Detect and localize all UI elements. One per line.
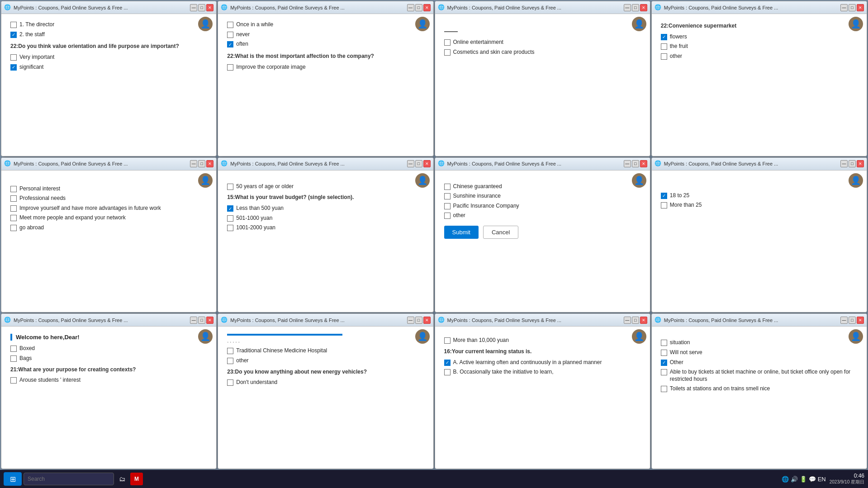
battery-icon[interactable]: 🔋 — [800, 476, 807, 483]
checkbox-8-1[interactable] — [661, 193, 667, 199]
titlebar-5[interactable]: 🌐 MyPoints : Coupons, Paid Online Survey… — [1, 158, 216, 171]
volume-icon[interactable]: 🔊 — [791, 476, 798, 483]
maximize-btn-5[interactable]: □ — [198, 160, 205, 167]
taskbar-search[interactable] — [24, 473, 114, 485]
close-btn-2[interactable]: ✕ — [423, 4, 431, 11]
close-btn-1[interactable]: ✕ — [206, 4, 213, 11]
start-button[interactable]: ⊞ — [4, 472, 22, 486]
taskbar-app-2[interactable]: M — [130, 473, 143, 485]
checkbox-4-2[interactable] — [661, 43, 667, 50]
checkbox-3-2[interactable] — [444, 49, 451, 56]
titlebar-1[interactable]: 🌐 MyPoints : Coupons, Paid Online Survey… — [1, 1, 216, 14]
checkbox-2-3[interactable] — [227, 41, 233, 47]
titlebar-2[interactable]: 🌐 MyPoints : Coupons, Paid Online Survey… — [218, 1, 433, 14]
minimize-btn-7[interactable]: — — [624, 160, 631, 167]
checkbox-5-3[interactable] — [10, 205, 17, 212]
minimize-btn-8[interactable]: — — [840, 160, 848, 167]
checkbox-6-1[interactable] — [227, 205, 233, 212]
checkbox-5-1[interactable] — [10, 186, 17, 192]
cancel-button[interactable]: Cancel — [483, 226, 518, 239]
maximize-btn-9[interactable]: □ — [198, 317, 205, 324]
titlebar-10[interactable]: 🌐 MyPoints : Coupons, Paid Online Survey… — [218, 314, 433, 327]
checkbox-5-5[interactable] — [10, 225, 17, 231]
checkbox-12-1[interactable] — [661, 340, 667, 346]
minimize-btn-2[interactable]: — — [407, 4, 414, 11]
minimize-btn-12[interactable]: — — [840, 317, 848, 324]
minimize-btn-4[interactable]: — — [840, 4, 848, 11]
maximize-btn-1[interactable]: □ — [198, 4, 205, 11]
maximize-btn-10[interactable]: □ — [415, 317, 422, 324]
close-btn-4[interactable]: ✕ — [857, 4, 864, 11]
close-btn-10[interactable]: ✕ — [423, 317, 431, 324]
titlebar-7[interactable]: 🌐 MyPoints : Coupons, Paid Online Survey… — [435, 158, 650, 171]
checkbox-11-0[interactable] — [444, 337, 451, 344]
close-btn-9[interactable]: ✕ — [206, 317, 213, 324]
checkbox-1-2[interactable] — [10, 32, 17, 38]
checkbox-12-4[interactable] — [661, 369, 667, 375]
minimize-btn-3[interactable]: — — [624, 4, 631, 11]
checkbox-11-2[interactable] — [444, 369, 451, 375]
maximize-btn-4[interactable]: □ — [849, 4, 856, 11]
checkbox-7-4[interactable] — [444, 213, 451, 219]
maximize-btn-7[interactable]: □ — [632, 160, 639, 167]
titlebar-8[interactable]: 🌐 MyPoints : Coupons, Paid Online Survey… — [652, 158, 867, 171]
checkbox-11-1[interactable] — [444, 360, 451, 366]
checkbox-10-3[interactable] — [227, 379, 233, 386]
maximize-btn-11[interactable]: □ — [632, 317, 639, 324]
checkbox-2-2[interactable] — [227, 32, 233, 38]
checkbox-12-2[interactable] — [661, 350, 667, 356]
close-btn-3[interactable]: ✕ — [640, 4, 647, 11]
close-btn-7[interactable]: ✕ — [640, 160, 647, 167]
maximize-btn-2[interactable]: □ — [415, 4, 422, 11]
minimize-btn-10[interactable]: — — [407, 317, 414, 324]
maximize-btn-8[interactable]: □ — [849, 160, 856, 167]
minimize-btn-1[interactable]: — — [190, 4, 197, 11]
checkbox-1-1[interactable] — [10, 22, 17, 28]
checkbox-12-5[interactable] — [661, 386, 667, 392]
taskbar-app-1[interactable]: 🗂 — [116, 473, 128, 485]
lang-icon[interactable]: EN — [818, 476, 826, 483]
maximize-btn-6[interactable]: □ — [415, 160, 422, 167]
checkbox-4-1[interactable] — [661, 34, 667, 40]
checkbox-9-1[interactable] — [10, 346, 17, 352]
checkbox-2-1[interactable] — [227, 22, 233, 28]
checkbox-7-1[interactable] — [444, 184, 451, 190]
checkbox-1-4[interactable] — [10, 64, 17, 71]
maximize-btn-3[interactable]: □ — [632, 4, 639, 11]
checkbox-7-2[interactable] — [444, 193, 451, 199]
minimize-btn-5[interactable]: — — [190, 160, 197, 167]
titlebar-6[interactable]: 🌐 MyPoints : Coupons, Paid Online Survey… — [218, 158, 433, 171]
titlebar-4[interactable]: 🌐 MyPoints : Coupons, Paid Online Survey… — [652, 1, 867, 14]
wechat-icon[interactable]: 💬 — [809, 476, 816, 483]
titlebar-11[interactable]: 🌐 MyPoints : Coupons, Paid Online Survey… — [435, 314, 650, 327]
checkbox-2-4[interactable] — [227, 64, 233, 71]
close-btn-11[interactable]: ✕ — [640, 317, 647, 324]
checkbox-9-3[interactable] — [10, 377, 17, 384]
checkbox-3-1[interactable] — [444, 39, 451, 46]
network-icon[interactable]: 🌐 — [782, 476, 789, 483]
titlebar-12[interactable]: 🌐 MyPoints : Coupons, Paid Online Survey… — [652, 314, 867, 327]
checkbox-1-3[interactable] — [10, 54, 17, 61]
checkbox-6-0[interactable] — [227, 184, 233, 190]
minimize-btn-9[interactable]: — — [190, 317, 197, 324]
checkbox-6-3[interactable] — [227, 225, 233, 231]
minimize-btn-6[interactable]: — — [407, 160, 414, 167]
checkbox-10-1[interactable] — [227, 348, 233, 354]
checkbox-4-3[interactable] — [661, 53, 667, 60]
checkbox-8-2[interactable] — [661, 202, 667, 208]
minimize-btn-11[interactable]: — — [624, 317, 631, 324]
checkbox-12-3[interactable] — [661, 360, 667, 366]
checkbox-7-3[interactable] — [444, 203, 451, 209]
titlebar-3[interactable]: 🌐 MyPoints : Coupons, Paid Online Survey… — [435, 1, 650, 14]
close-btn-5[interactable]: ✕ — [206, 160, 213, 167]
maximize-btn-12[interactable]: □ — [849, 317, 856, 324]
checkbox-5-2[interactable] — [10, 195, 17, 202]
checkbox-6-2[interactable] — [227, 215, 233, 222]
close-btn-12[interactable]: ✕ — [857, 317, 864, 324]
submit-button[interactable]: Submit — [444, 226, 479, 239]
checkbox-5-4[interactable] — [10, 215, 17, 221]
close-btn-6[interactable]: ✕ — [423, 160, 431, 167]
checkbox-9-2[interactable] — [10, 355, 17, 362]
titlebar-9[interactable]: 🌐 MyPoints : Coupons, Paid Online Survey… — [1, 314, 216, 327]
close-btn-8[interactable]: ✕ — [857, 160, 864, 167]
